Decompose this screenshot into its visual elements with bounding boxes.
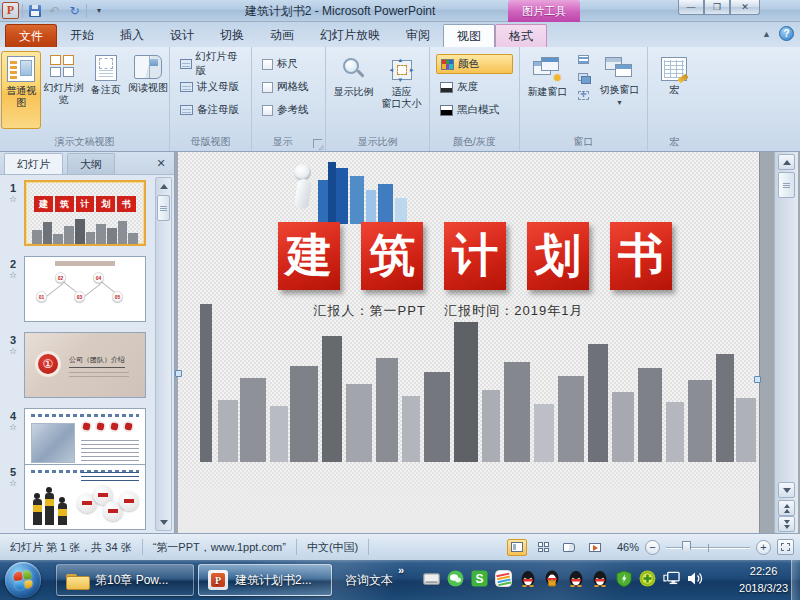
city-skyline-image[interactable] [178, 302, 759, 462]
tab-review[interactable]: 审阅 [393, 24, 443, 47]
keyboard-icon[interactable] [423, 570, 440, 587]
taskbar-text-button[interactable]: 咨询文本 [336, 564, 402, 596]
statusbar-normal-view-button[interactable] [507, 539, 527, 556]
tab-outline[interactable]: 大纲 [67, 153, 115, 174]
dialog-launcher-icon[interactable] [313, 139, 322, 148]
scroll-down-icon[interactable] [157, 515, 170, 529]
zoom-slider-thumb[interactable] [682, 541, 691, 554]
minimize-button[interactable]: — [678, 0, 704, 15]
scroll-up-icon[interactable] [157, 179, 170, 193]
tab-slides[interactable]: 幻灯片 [4, 153, 63, 174]
restore-button[interactable]: ❐ [704, 0, 730, 15]
customize-qat-button[interactable]: ▾ [90, 3, 107, 19]
security-shield-icon[interactable] [615, 570, 632, 587]
panel-scrollbar[interactable] [155, 177, 172, 531]
qq-icon[interactable] [519, 570, 536, 587]
ruler-checkbox[interactable]: 标尺 [258, 54, 319, 74]
macros-button[interactable]: 宏 [651, 51, 697, 129]
slide-title[interactable]: 建 筑 计 划 书 [278, 222, 672, 290]
wechat-icon[interactable] [447, 570, 464, 587]
taskbar-overflow-chevron[interactable]: » [398, 564, 404, 576]
thumb-skyline [26, 218, 144, 244]
grayscale-button[interactable]: 灰度 [436, 77, 513, 97]
previous-slide-button[interactable] [778, 500, 795, 516]
language-indicator[interactable]: 中文(中国) [297, 540, 368, 555]
fit-to-window-button[interactable]: ◂▸ ▴▾ 适应窗口大小 [379, 51, 425, 129]
slide-thumbnail-1[interactable]: 1 ☆ 建筑计划书 [2, 180, 150, 246]
statusbar-reading-view-button[interactable] [559, 539, 579, 556]
handout-master-icon [180, 82, 193, 92]
zoom-level[interactable]: 46% [611, 541, 639, 553]
statusbar-slideshow-button[interactable] [585, 539, 605, 556]
new-window-button[interactable]: ✹ 新建窗口 [522, 51, 574, 129]
taskbar-folder-button[interactable]: 第10章 Pow... [56, 564, 194, 596]
qq-icon[interactable] [591, 570, 608, 587]
zoom-in-button[interactable]: + [756, 540, 771, 555]
next-slide-button[interactable] [778, 516, 795, 532]
statusbar-slide-sorter-button[interactable] [533, 539, 553, 556]
taskbar-clock[interactable]: 22:26 2018/3/23 [739, 563, 788, 597]
selection-handle-right[interactable] [754, 376, 761, 383]
reading-view-button[interactable]: 阅读视图 [128, 51, 168, 129]
qq-briefcase-icon[interactable] [543, 570, 560, 587]
tab-format[interactable]: 格式 [495, 24, 547, 47]
slide-master-button[interactable]: 幻灯片母版 [176, 54, 245, 74]
qq-icon[interactable] [567, 570, 584, 587]
arrange-all-button[interactable] [576, 52, 592, 66]
slide-sorter-button[interactable]: 幻灯片浏览 [43, 51, 83, 129]
cascade-button[interactable] [576, 70, 592, 84]
tab-transitions[interactable]: 切换 [207, 24, 257, 47]
tab-design[interactable]: 设计 [157, 24, 207, 47]
slide-thumbnail-2[interactable]: 2 ☆ 02 04 01 03 05 [2, 256, 150, 322]
close-panel-icon[interactable]: ✕ [153, 156, 169, 171]
coin-plus-icon[interactable] [639, 570, 656, 587]
close-button[interactable]: ✕ [730, 0, 760, 15]
title-char-block: 书 [610, 222, 672, 290]
move-split-button[interactable] [576, 88, 592, 102]
tab-insert[interactable]: 插入 [107, 24, 157, 47]
slide-thumbnail-5[interactable]: 5 ☆ [2, 464, 150, 530]
taskbar-powerpoint-button[interactable]: P 建筑计划书2... [198, 564, 332, 596]
main-scrollbar[interactable] [774, 152, 798, 533]
handout-master-button[interactable]: 讲义母版 [176, 77, 245, 97]
scrollbar-thumb[interactable] [157, 195, 170, 221]
tab-home[interactable]: 开始 [57, 24, 107, 47]
tab-file[interactable]: 文件 [5, 24, 57, 47]
title-char-block: 划 [527, 222, 589, 290]
notes-page-button[interactable]: 备注页 [86, 51, 126, 129]
help-button[interactable]: ? [779, 26, 794, 41]
show-desktop-button[interactable] [791, 560, 800, 600]
switch-windows-button[interactable]: 切换窗口 ▼ [594, 51, 646, 129]
group-label: 宏 [648, 135, 700, 149]
rainbow-app-icon[interactable] [495, 570, 512, 587]
zoom-slider[interactable] [666, 540, 750, 555]
tab-slideshow[interactable]: 幻灯片放映 [307, 24, 393, 47]
guides-checkbox[interactable]: 参考线 [258, 100, 319, 120]
tab-view[interactable]: 视图 [443, 24, 495, 47]
black-white-button[interactable]: 黑白模式 [436, 100, 513, 120]
network-icon[interactable] [663, 570, 680, 587]
color-mode-button[interactable]: 颜色 [436, 54, 513, 74]
redo-button[interactable]: ↻ [66, 3, 83, 19]
minimize-ribbon-button[interactable]: ▲ [762, 29, 771, 39]
save-button[interactable] [26, 3, 43, 19]
sogou-icon[interactable]: S [471, 570, 488, 587]
undo-button[interactable]: ↶ [46, 3, 63, 19]
selection-handle-left[interactable] [175, 370, 182, 377]
start-button[interactable] [5, 562, 41, 598]
notes-master-button[interactable]: 备注母版 [176, 100, 245, 120]
slide-canvas[interactable]: 建 筑 计 划 书 汇报人：第一PPT 汇报时间：2019年1月 [178, 152, 760, 533]
slide-thumbnail-3[interactable]: 3 ☆ ① 公司（团队）介绍 [2, 332, 150, 398]
volume-icon[interactable] [687, 570, 704, 587]
fit-slide-to-window-button[interactable] [777, 539, 794, 555]
scrollbar-thumb[interactable] [778, 172, 795, 198]
tab-animations[interactable]: 动画 [257, 24, 307, 47]
normal-view-button[interactable]: 普通视图 [1, 51, 41, 129]
scroll-up-icon[interactable] [778, 154, 795, 170]
scroll-down-icon[interactable] [778, 482, 795, 498]
theme-name: “第一PPT，www.1ppt.com” [143, 540, 296, 555]
zoom-out-button[interactable]: − [645, 540, 660, 555]
zoom-button[interactable]: 显示比例 [331, 51, 377, 129]
powerpoint-app-icon[interactable]: P [2, 2, 19, 19]
gridlines-checkbox[interactable]: 网格线 [258, 77, 319, 97]
